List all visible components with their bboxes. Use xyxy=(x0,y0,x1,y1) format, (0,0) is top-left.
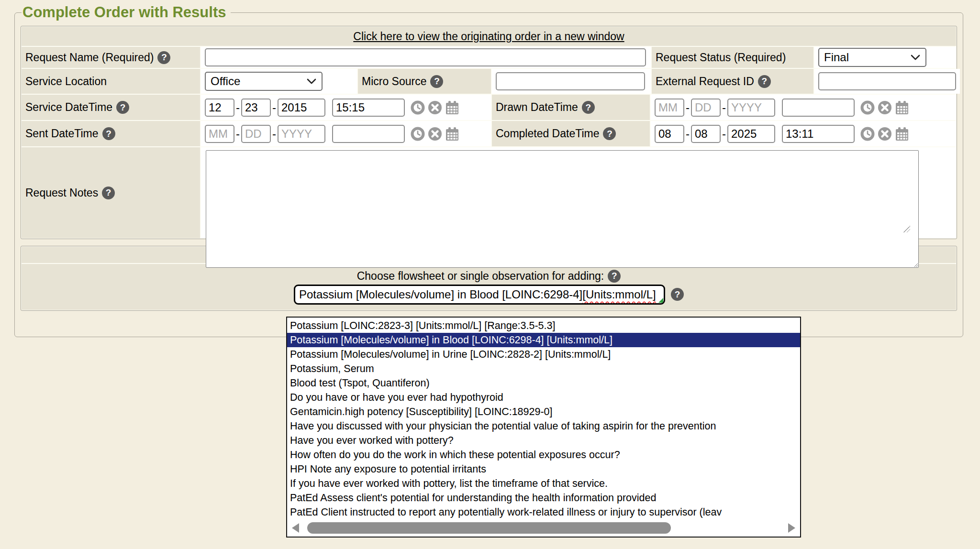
dropdown-option[interactable]: HPI Note any exposure to potential irrit… xyxy=(287,462,800,476)
clock-icon[interactable] xyxy=(411,100,425,115)
dropdown-option[interactable]: Have you discussed with your physician t… xyxy=(287,419,800,433)
calendar-icon[interactable] xyxy=(445,100,459,115)
help-icon[interactable]: ? xyxy=(758,75,771,88)
date-separator: - xyxy=(722,101,726,114)
clock-icon[interactable] xyxy=(860,127,875,141)
drawn-month-input[interactable] xyxy=(655,99,684,117)
service-day-input[interactable] xyxy=(241,99,271,117)
service-year-input[interactable] xyxy=(278,99,325,117)
scrollbar-thumb[interactable] xyxy=(307,522,671,534)
request-notes-cell xyxy=(201,147,956,238)
dropdown-option[interactable]: Blood test (Tspot, Quantiferon) xyxy=(287,376,800,390)
service-location-cell: Office xyxy=(201,69,357,94)
drawn-year-input[interactable] xyxy=(727,99,775,117)
completed-day-input[interactable] xyxy=(691,125,721,143)
service-datetime-label: Service DateTime xyxy=(25,101,112,114)
date-separator: - xyxy=(686,127,690,141)
observation-search-value-flagged: [Units:mmol/L] xyxy=(582,288,656,301)
dropdown-option[interactable]: PatEd Client instructed to report any po… xyxy=(287,505,800,519)
completed-datetime-label: Completed DateTime xyxy=(496,127,599,140)
dropdown-option[interactable]: Potassium [Molecules/volume] in Urine [L… xyxy=(287,347,800,362)
request-name-label-cell: Request Name (Required) ? xyxy=(22,47,200,68)
completed-time-input[interactable] xyxy=(782,125,855,143)
help-icon[interactable]: ? xyxy=(116,101,129,114)
date-separator: - xyxy=(272,127,276,141)
service-month-input[interactable] xyxy=(205,99,234,117)
micro-source-input[interactable] xyxy=(496,72,645,90)
service-location-value: Office xyxy=(211,75,240,88)
request-name-input-cell xyxy=(201,47,651,68)
calendar-icon[interactable] xyxy=(895,100,909,115)
service-location-label-cell: Service Location xyxy=(22,69,200,94)
external-request-id-input[interactable] xyxy=(818,72,956,90)
scroll-right-icon[interactable] xyxy=(788,523,795,533)
help-icon[interactable]: ? xyxy=(102,187,115,199)
clear-icon[interactable] xyxy=(878,127,892,141)
sent-datetime-cell: - - xyxy=(201,121,491,146)
dropdown-option[interactable]: Gentamicin.high potency [Susceptibility]… xyxy=(287,405,800,419)
calendar-icon[interactable] xyxy=(895,127,909,141)
grammar-indicator-icon xyxy=(658,298,663,303)
sent-month-input[interactable] xyxy=(205,125,234,143)
observation-search-value: Potassium [Molecules/volume] in Blood [L… xyxy=(299,288,582,301)
horizontal-scrollbar[interactable] xyxy=(288,521,799,535)
date-separator: - xyxy=(686,101,690,114)
calendar-icon[interactable] xyxy=(445,127,459,141)
request-status-label: Request Status (Required) xyxy=(656,51,786,64)
drawn-datetime-cell: - - xyxy=(651,95,956,120)
request-name-label: Request Name (Required) xyxy=(25,51,154,64)
service-location-select[interactable]: Office xyxy=(205,72,323,91)
drawn-day-input[interactable] xyxy=(691,99,721,117)
dropdown-option[interactable]: Do you have or have you ever had hypothy… xyxy=(287,390,800,405)
dropdown-option[interactable]: How often do you do the work in which th… xyxy=(287,448,800,462)
micro-source-label: Micro Source xyxy=(362,75,426,88)
dropdown-option[interactable]: Potassium [LOINC:2823-3] [Units:mmol/L] … xyxy=(287,318,800,333)
sent-datetime-label: Sent DateTime xyxy=(25,127,99,140)
request-status-cell: Final xyxy=(814,47,956,68)
help-icon[interactable]: ? xyxy=(608,270,621,283)
view-originating-order-link[interactable]: Click here to view the originating order… xyxy=(353,30,624,43)
sent-year-input[interactable] xyxy=(278,125,325,143)
dropdown-option[interactable]: Potassium, Serum xyxy=(287,362,800,376)
help-icon[interactable]: ? xyxy=(102,127,115,140)
dropdown-option[interactable]: If you have ever worked with pottery, li… xyxy=(287,476,800,491)
page-title: Complete Order with Results xyxy=(22,4,231,21)
help-icon[interactable]: ? xyxy=(157,51,170,64)
help-icon[interactable]: ? xyxy=(671,288,684,301)
help-icon[interactable]: ? xyxy=(430,75,443,88)
completed-year-input[interactable] xyxy=(727,125,775,143)
external-request-id-label-cell: External Request ID ? xyxy=(652,69,813,94)
clear-icon[interactable] xyxy=(428,100,442,115)
request-notes-textarea[interactable] xyxy=(206,150,919,268)
drawn-datetime-label-cell: Drawn DateTime ? xyxy=(492,95,650,120)
clear-icon[interactable] xyxy=(428,127,442,141)
dropdown-option[interactable]: PatEd Assess client's potential for unde… xyxy=(287,491,800,505)
dropdown-option[interactable]: Have you ever worked with pottery? xyxy=(287,433,800,448)
external-request-id-input-cell xyxy=(814,69,960,94)
help-icon[interactable]: ? xyxy=(603,127,616,140)
dropdown-option[interactable]: Potassium [Molecules/volume] in Blood [L… xyxy=(287,333,800,347)
drawn-time-input[interactable] xyxy=(782,99,855,117)
completed-month-input[interactable] xyxy=(655,125,684,143)
clear-icon[interactable] xyxy=(878,100,892,115)
originating-order-row: Click here to view the originating order… xyxy=(22,27,956,46)
request-status-label-cell: Request Status (Required) xyxy=(652,47,813,68)
clock-icon[interactable] xyxy=(411,127,425,141)
observation-search-input[interactable]: Potassium [Molecules/volume] in Blood [L… xyxy=(294,285,665,305)
request-name-input[interactable] xyxy=(205,48,646,66)
sent-time-input[interactable] xyxy=(332,125,405,143)
observation-chooser: Choose flowsheet or single observation f… xyxy=(22,264,956,310)
sent-day-input[interactable] xyxy=(241,125,271,143)
completed-datetime-cell: - - xyxy=(651,121,956,146)
drawn-datetime-label: Drawn DateTime xyxy=(496,101,578,114)
resize-handle[interactable] xyxy=(903,226,910,232)
completed-datetime-label-cell: Completed DateTime ? xyxy=(492,121,650,146)
request-status-value: Final xyxy=(824,51,849,64)
service-datetime-label-cell: Service DateTime ? xyxy=(22,95,200,120)
clock-icon[interactable] xyxy=(860,100,875,115)
help-icon[interactable]: ? xyxy=(582,101,595,114)
service-time-input[interactable] xyxy=(332,99,405,117)
micro-source-input-cell xyxy=(492,69,651,94)
scroll-left-icon[interactable] xyxy=(292,523,299,533)
request-status-select[interactable]: Final xyxy=(818,48,926,67)
